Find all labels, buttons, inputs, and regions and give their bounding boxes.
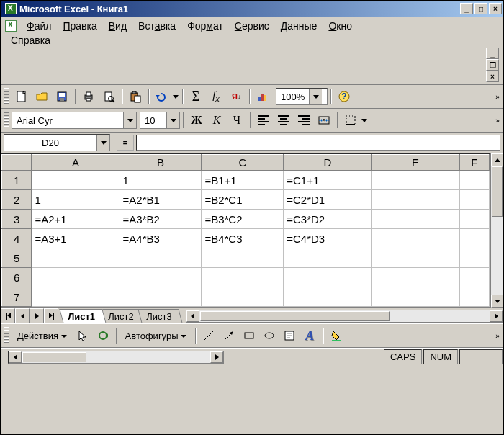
cell-C5[interactable] <box>202 248 284 268</box>
line-button[interactable] <box>199 326 218 345</box>
equals-button[interactable]: = <box>117 135 134 151</box>
menu-view[interactable]: Вид <box>103 19 132 33</box>
scroll-up-button[interactable] <box>491 153 503 166</box>
cell-D4[interactable]: =C4*D3 <box>284 229 372 248</box>
align-center-button[interactable] <box>274 111 293 130</box>
row-header-6[interactable]: 6 <box>2 268 32 287</box>
function-button[interactable]: fx <box>207 87 225 106</box>
cell-C7[interactable] <box>202 287 284 307</box>
scroll-right-button[interactable] <box>490 310 503 322</box>
maximize-button[interactable]: □ <box>474 3 487 14</box>
italic-button[interactable]: К <box>207 111 226 130</box>
cell-B2[interactable]: =A2*B1 <box>120 190 202 210</box>
toolbar-grip[interactable] <box>4 88 9 105</box>
font-combo[interactable]: Arial Cyr <box>12 112 137 129</box>
tab-next-button[interactable] <box>30 308 44 323</box>
row-header-3[interactable]: 3 <box>2 210 32 229</box>
cell-E4[interactable] <box>372 229 459 248</box>
textbox-button[interactable] <box>280 326 299 345</box>
cell-F7[interactable] <box>459 287 489 307</box>
minimize-button[interactable]: _ <box>460 3 473 14</box>
cell-D1[interactable]: =C1+1 <box>284 171 372 190</box>
menu-file[interactable]: Файл <box>21 19 57 33</box>
cell-B4[interactable]: =A4*B3 <box>120 229 202 248</box>
oval-button[interactable] <box>260 326 279 345</box>
row-header-5[interactable]: 5 <box>2 248 32 268</box>
doc-close-button[interactable]: × <box>486 71 499 82</box>
free-rotate-button[interactable] <box>94 326 112 345</box>
tab-first-button[interactable] <box>1 308 15 323</box>
zoom-value[interactable]: 100% <box>276 91 309 102</box>
name-box[interactable]: D20 <box>4 134 110 151</box>
tab-last-button[interactable] <box>44 308 58 323</box>
paste-button[interactable] <box>126 87 145 106</box>
col-header-A[interactable]: A <box>32 155 120 171</box>
rectangle-button[interactable] <box>240 326 258 345</box>
sheet-tab-1[interactable]: Лист1 <box>59 309 106 323</box>
scroll-right-button[interactable] <box>210 351 223 363</box>
scroll-down-button[interactable] <box>491 295 503 308</box>
cell-D6[interactable] <box>284 268 372 287</box>
sheet-tab-3[interactable]: Лист3 <box>138 309 184 323</box>
scroll-left-button[interactable] <box>186 310 199 322</box>
cell-E2[interactable] <box>372 190 459 210</box>
cell-E1[interactable] <box>372 171 459 190</box>
cell-B1[interactable]: 1 <box>120 171 202 190</box>
tab-prev-button[interactable] <box>15 308 30 323</box>
sort-button[interactable]: Я↓ <box>227 87 246 106</box>
doc-restore-button[interactable]: ❐ <box>486 59 499 71</box>
cell-D3[interactable]: =C3*D2 <box>284 210 372 229</box>
cell-E6[interactable] <box>372 268 459 287</box>
toolbar-grip[interactable] <box>4 112 9 129</box>
status-scrollbar[interactable] <box>8 351 224 364</box>
cell-C6[interactable] <box>202 268 284 287</box>
undo-button[interactable] <box>153 87 171 106</box>
align-right-button[interactable] <box>294 111 313 130</box>
cell-A2[interactable]: 1 <box>32 190 120 210</box>
status-scroll-thumb[interactable] <box>22 352 86 362</box>
row-header-1[interactable]: 1 <box>2 171 32 190</box>
cell-F5[interactable] <box>459 248 489 268</box>
save-button[interactable] <box>53 87 71 106</box>
borders-button[interactable] <box>341 111 360 130</box>
row-header-2[interactable]: 2 <box>2 190 32 210</box>
horizontal-scrollbar[interactable] <box>186 308 503 323</box>
print-button[interactable] <box>79 87 98 106</box>
bold-button[interactable]: Ж <box>187 111 206 130</box>
cell-B6[interactable] <box>120 268 202 287</box>
cell-C3[interactable]: =B3*C2 <box>202 210 284 229</box>
chart-wizard-button[interactable] <box>253 87 272 106</box>
cell-B3[interactable]: =A3*B2 <box>120 210 202 229</box>
menu-format[interactable]: Формат <box>181 19 229 33</box>
cell-A3[interactable]: =A2+1 <box>32 210 120 229</box>
cell-F3[interactable] <box>459 210 489 229</box>
menu-data[interactable]: Данные <box>275 19 323 33</box>
row-header-4[interactable]: 4 <box>2 229 32 248</box>
menu-edit[interactable]: Правка <box>57 19 102 33</box>
merge-center-button[interactable]: a <box>315 111 333 130</box>
cell-E3[interactable] <box>372 210 459 229</box>
grid[interactable]: A B C D E F 1 1 =B1+1 =C1+1 2 1 =A2*B1 =… <box>1 154 490 307</box>
menu-insert[interactable]: Вставка <box>132 19 181 33</box>
workbook-icon[interactable] <box>5 20 17 32</box>
cell-F2[interactable] <box>459 190 489 210</box>
cell-D5[interactable] <box>284 248 372 268</box>
font-size-dropdown-icon[interactable] <box>166 112 179 128</box>
menu-window[interactable]: Окно <box>323 19 358 33</box>
cell-E5[interactable] <box>372 248 459 268</box>
new-button[interactable] <box>12 87 31 106</box>
cell-A4[interactable]: =A3+1 <box>32 229 120 248</box>
vertical-scrollbar[interactable] <box>490 153 503 308</box>
namebox-dropdown-icon[interactable] <box>96 135 109 151</box>
cell-B5[interactable] <box>120 248 202 268</box>
font-size-combo[interactable]: 10 <box>140 112 180 129</box>
select-all-corner[interactable] <box>2 155 32 171</box>
font-size[interactable]: 10 <box>140 115 166 126</box>
zoom-combo[interactable]: 100% <box>276 88 328 105</box>
autosum-button[interactable]: Σ <box>186 87 205 106</box>
select-objects-button[interactable] <box>73 326 92 345</box>
col-header-F[interactable]: F <box>459 155 489 171</box>
doc-minimize-button[interactable]: _ <box>486 48 499 59</box>
borders-dropdown-icon[interactable] <box>361 119 367 122</box>
col-header-C[interactable]: C <box>202 155 284 171</box>
